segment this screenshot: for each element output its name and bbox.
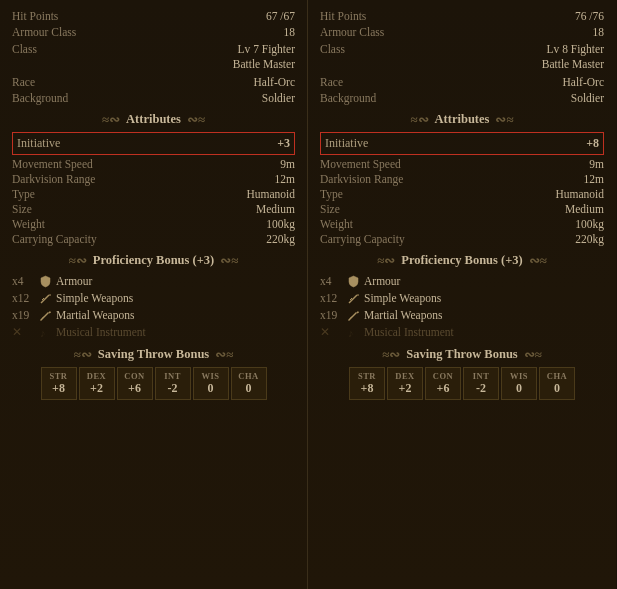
class-row: Class Lv 8 Fighter Battle Master	[320, 40, 604, 74]
deco-left: ≈∾	[102, 112, 120, 128]
attr-value: 12m	[584, 173, 604, 185]
class-level: Lv 8 Fighter	[547, 42, 605, 57]
stat-name: STR	[49, 371, 67, 381]
svg-line-9	[349, 301, 351, 303]
stat-value: +2	[90, 381, 103, 396]
race-row: Race Half-Orc	[320, 74, 604, 90]
attr-row: Weight 100kg	[12, 217, 295, 232]
saving-throw-title: Saving Throw Bonus	[98, 347, 209, 362]
attr-value: Humanoid	[246, 188, 295, 200]
background-row: Background Soldier	[12, 90, 295, 106]
hit-points-row: Hit Points 67 /67	[12, 8, 295, 24]
stat-name: DEX	[87, 371, 106, 381]
stat-value: +8	[52, 381, 65, 396]
attributes-header: ≈∾ Attributes ∾≈	[320, 112, 604, 128]
stat-name: WIS	[201, 371, 219, 381]
attributes-title: Attributes	[435, 112, 490, 127]
race-row: Race Half-Orc	[12, 74, 295, 90]
shield-icon	[38, 274, 52, 288]
background-row: Background Soldier	[320, 90, 604, 106]
initiative-value: +8	[586, 136, 599, 151]
class-subclass: Battle Master	[542, 57, 604, 72]
class-label: Class	[320, 43, 345, 55]
attr-row: Weight 100kg	[320, 217, 604, 232]
proficiency-name: Martial Weapons	[364, 309, 442, 321]
attr-label: Weight	[12, 218, 45, 230]
armour-label: Armour Class	[320, 26, 384, 38]
race-label: Race	[12, 76, 35, 88]
attr-value: Humanoid	[555, 188, 604, 200]
attr-row: Darkvision Range 12m	[320, 172, 604, 187]
prof-deco-right: ∾≈	[529, 253, 547, 269]
stat-value: -2	[476, 381, 486, 396]
initiative-label: Initiative	[325, 136, 368, 151]
proficiency-header: ≈∾ Proficiency Bonus (+3) ∾≈	[320, 253, 604, 269]
attr-row: Type Humanoid	[320, 187, 604, 202]
class-label: Class	[12, 43, 37, 55]
proficiency-mult: x4	[12, 275, 34, 287]
attr-row: Darkvision Range 12m	[12, 172, 295, 187]
stat-name: CON	[124, 371, 144, 381]
stat-name: CHA	[238, 371, 258, 381]
hit-points-value: 67 /67	[266, 10, 295, 22]
proficiency-name: Armour	[364, 275, 400, 287]
saving-throw-title: Saving Throw Bonus	[406, 347, 517, 362]
hit-points-value: 76 /76	[575, 10, 604, 22]
class-row: Class Lv 7 Fighter Battle Master	[12, 40, 295, 74]
stat-name: INT	[473, 371, 490, 381]
attr-row: Size Medium	[12, 202, 295, 217]
proficiency-name: Armour	[56, 275, 92, 287]
attr-label: Weight	[320, 218, 353, 230]
proficiency-mult: x4	[320, 275, 342, 287]
stat-value: 0	[554, 381, 560, 396]
stat-box: DEX +2	[387, 367, 423, 400]
background-value: Soldier	[571, 92, 604, 104]
race-value: Half-Orc	[562, 76, 604, 88]
saving-throw-header: ≈∾ Saving Throw Bonus ∾≈	[320, 347, 604, 363]
martial-icon	[346, 308, 360, 322]
background-label: Background	[320, 92, 376, 104]
proficiency-name: Martial Weapons	[56, 309, 134, 321]
armour-value: 18	[593, 26, 605, 38]
stat-value: -2	[168, 381, 178, 396]
music-icon: ♪	[38, 325, 52, 339]
hit-points-label: Hit Points	[320, 10, 366, 22]
race-value: Half-Orc	[253, 76, 295, 88]
armour-row: Armour Class 18	[320, 24, 604, 40]
attr-row: Carrying Capacity 220kg	[12, 232, 295, 247]
proficiency-name: Musical Instrument	[56, 326, 146, 338]
character-panel-right: Hit Points 76 /76 Armour Class 18 Class …	[308, 0, 616, 589]
st-deco-left: ≈∾	[382, 347, 400, 363]
music-icon: ♪	[346, 325, 360, 339]
attr-label: Type	[320, 188, 343, 200]
stat-box: CON +6	[425, 367, 461, 400]
deco-right: ∾≈	[495, 112, 513, 128]
attr-value: 9m	[589, 158, 604, 170]
proficiency-item: x12 Simple Weapons	[320, 290, 604, 307]
prof-deco-left: ≈∾	[69, 253, 87, 269]
stat-box: CHA 0	[231, 367, 267, 400]
armour-row: Armour Class 18	[12, 24, 295, 40]
initiative-label: Initiative	[17, 136, 60, 151]
attributes-header: ≈∾ Attributes ∾≈	[12, 112, 295, 128]
attr-row: Movement Speed 9m	[12, 157, 295, 172]
svg-line-12	[348, 312, 356, 320]
stat-value: +8	[361, 381, 374, 396]
initiative-row: Initiative +3	[12, 132, 295, 155]
proficiency-item: x12 Simple Weapons	[12, 290, 295, 307]
stat-name: DEX	[395, 371, 414, 381]
stat-box: CHA 0	[539, 367, 575, 400]
saving-throw-grid: STR +8 DEX +2 CON +6 INT -2 WIS 0 CHA 0	[320, 367, 604, 400]
proficiency-mult: x19	[12, 309, 34, 321]
attr-value: 100kg	[575, 218, 604, 230]
saving-throw-grid: STR +8 DEX +2 CON +6 INT -2 WIS 0 CHA 0	[12, 367, 295, 400]
svg-line-4	[40, 312, 48, 320]
proficiency-item: x4 Armour	[320, 273, 604, 290]
attr-row: Carrying Capacity 220kg	[320, 232, 604, 247]
attr-value: Medium	[565, 203, 604, 215]
proficiency-name: Simple Weapons	[56, 292, 133, 304]
proficiency-mult: x19	[320, 309, 342, 321]
attr-row: Movement Speed 9m	[320, 157, 604, 172]
saving-throw-header: ≈∾ Saving Throw Bonus ∾≈	[12, 347, 295, 363]
proficiency-name: Musical Instrument	[364, 326, 454, 338]
